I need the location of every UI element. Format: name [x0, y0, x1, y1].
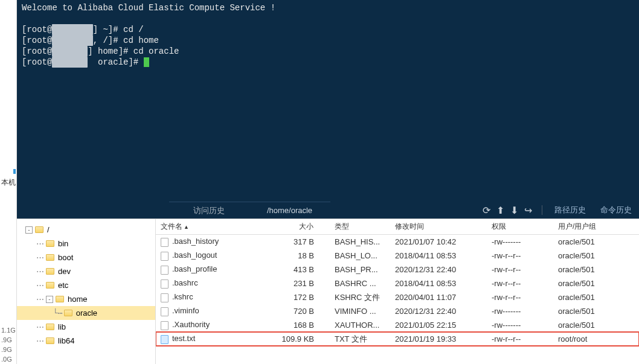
file-row[interactable]: .bashrc231 BBASHRC ...2018/04/11 08:53-r… — [156, 276, 639, 290]
folder-icon — [64, 310, 72, 316]
link-path-history[interactable]: 路径历史 — [547, 205, 593, 216]
tree-label: lib64 — [58, 336, 74, 345]
file-perm: -rw-r--r-- — [487, 334, 553, 343]
file-size: 18 B — [271, 251, 319, 260]
file-size: 413 B — [271, 265, 319, 274]
file-row[interactable]: test.txt109.9 KBTXT 文件2021/01/19 19:33-r… — [156, 332, 639, 346]
folder-icon — [46, 268, 54, 275]
file-list-header[interactable]: 文件名▲ 大小 类型 修改时间 权限 用户/用户组 — [156, 219, 639, 235]
file-row[interactable]: .kshrc172 BKSHRC 文件2020/04/01 11:07-rw-r… — [156, 290, 639, 304]
tree-item-etc[interactable]: ⋯etc — [17, 278, 155, 292]
folder-icon — [46, 254, 54, 261]
file-perm: -rw------- — [487, 237, 553, 246]
file-list: 文件名▲ 大小 类型 修改时间 权限 用户/用户组 .bash_history3… — [156, 219, 639, 364]
tree-item-lib[interactable]: ⋯lib — [17, 320, 155, 334]
file-type: TXT 文件 — [330, 334, 390, 345]
header-size[interactable]: 大小 — [271, 222, 319, 232]
file-perm: -rw------- — [487, 307, 553, 316]
tree-item-bin[interactable]: ⋯bin — [17, 237, 155, 251]
stat-2: .9G — [1, 345, 16, 354]
file-mtime: 2020/12/31 22:40 — [390, 265, 487, 274]
tree-item-lib64[interactable]: ⋯lib64 — [17, 334, 155, 348]
header-name[interactable]: 文件名▲ — [156, 222, 271, 232]
tree-toggle[interactable]: - — [46, 296, 53, 303]
file-owner: root/root — [553, 334, 620, 343]
file-mtime: 2021/01/07 10:42 — [390, 237, 487, 246]
upload-icon[interactable]: ⬆ — [496, 205, 504, 216]
file-icon — [161, 279, 169, 289]
header-mtime[interactable]: 修改时间 — [390, 222, 487, 232]
file-row[interactable]: .bash_profile413 BBASH_PR...2020/12/31 2… — [156, 263, 639, 276]
file-owner: oracle/501 — [553, 265, 620, 274]
file-type: BASH_LO... — [330, 251, 390, 260]
header-perm[interactable]: 权限 — [487, 222, 553, 232]
tree-label: bin — [58, 239, 68, 248]
file-type: XAUTHOR... — [330, 321, 390, 330]
file-type: BASH_PR... — [330, 265, 390, 274]
sidebar-label[interactable]: 本机 — [1, 177, 16, 188]
file-size: 317 B — [271, 237, 319, 246]
header-type[interactable]: 类型 — [330, 222, 390, 232]
folder-icon — [56, 296, 64, 302]
folder-icon — [46, 282, 54, 289]
file-icon — [161, 307, 169, 316]
file-name: .bash_history — [172, 237, 219, 246]
stat-1: .9G — [1, 335, 16, 345]
tab-visit-history[interactable]: 访问历史 — [169, 202, 249, 219]
file-row[interactable]: .Xauthority168 BXAUTHOR...2021/01/05 22:… — [156, 318, 639, 332]
file-row[interactable]: .viminfo720 BVIMINFO ...2020/12/31 22:40… — [156, 304, 639, 318]
file-icon — [161, 252, 169, 261]
left-sidebar: 本机 1.1G .9G .9G .0G — [0, 0, 17, 364]
tree-label: oracle — [76, 308, 97, 318]
file-owner: oracle/501 — [553, 307, 620, 316]
file-type: BASH_HIS... — [330, 237, 390, 246]
tree-item-oracle[interactable]: └⋯oracle — [17, 306, 155, 320]
tree-item-home[interactable]: ⋯-home — [17, 292, 155, 306]
file-perm: -rw------- — [487, 321, 553, 330]
file-icon — [161, 335, 169, 344]
file-size: 109.9 KB — [271, 334, 319, 343]
file-owner: oracle/501 — [553, 321, 620, 330]
file-area: -/⋯bin⋯boot⋯dev⋯etc⋯-home└⋯oracle⋯lib⋯li… — [17, 219, 639, 364]
tree-item-boot[interactable]: ⋯boot — [17, 251, 155, 264]
file-mtime: 2020/04/01 11:07 — [390, 293, 487, 302]
tree-label: lib — [58, 322, 66, 331]
file-owner: oracle/501 — [553, 251, 620, 260]
tree-item-dev[interactable]: ⋯dev — [17, 264, 155, 278]
file-mtime: 2018/04/11 08:53 — [390, 279, 487, 288]
folder-icon — [35, 226, 43, 233]
file-owner: oracle/501 — [553, 293, 620, 302]
tree-label: / — [47, 225, 50, 234]
current-path[interactable]: /home/oracle — [249, 202, 330, 219]
file-perm: -rw-r--r-- — [487, 279, 553, 288]
separator — [542, 205, 542, 215]
file-name: .bash_logout — [172, 251, 217, 260]
export-icon[interactable]: ↪ — [524, 205, 532, 216]
file-name: .Xauthority — [172, 320, 210, 329]
file-icon — [161, 321, 169, 330]
download-icon[interactable]: ⬇ — [510, 205, 518, 216]
file-icon — [161, 293, 169, 302]
file-size: 172 B — [271, 293, 319, 302]
file-owner: oracle/501 — [553, 237, 620, 246]
header-owner[interactable]: 用户/用户组 — [553, 222, 620, 232]
tree-label: dev — [58, 267, 71, 276]
tree-item-root[interactable]: -/ — [17, 223, 155, 237]
tree-toggle[interactable]: - — [25, 226, 33, 234]
file-name: .bashrc — [172, 278, 198, 287]
refresh-icon[interactable]: ⟳ — [483, 205, 490, 216]
folder-tree[interactable]: -/⋯bin⋯boot⋯dev⋯etc⋯-home└⋯oracle⋯lib⋯li… — [17, 219, 156, 364]
file-perm: -rw-r--r-- — [487, 265, 553, 274]
file-name: .bash_profile — [172, 264, 217, 273]
folder-icon — [46, 337, 54, 344]
file-name: .kshrc — [172, 292, 193, 301]
link-cmd-history[interactable]: 命令历史 — [593, 205, 639, 216]
file-mtime: 2021/01/19 19:33 — [390, 334, 487, 343]
file-row[interactable]: .bash_logout18 BBASH_LO...2018/04/11 08:… — [156, 249, 639, 263]
file-row[interactable]: .bash_history317 BBASH_HIS...2021/01/07 … — [156, 235, 639, 249]
activity-indicator — [13, 169, 16, 174]
file-size: 168 B — [271, 321, 319, 330]
file-mtime: 2021/01/05 22:15 — [390, 321, 487, 330]
terminal[interactable]: Welcome to Alibaba Cloud Elastic Compute… — [17, 0, 639, 219]
sort-asc-icon: ▲ — [184, 224, 189, 230]
